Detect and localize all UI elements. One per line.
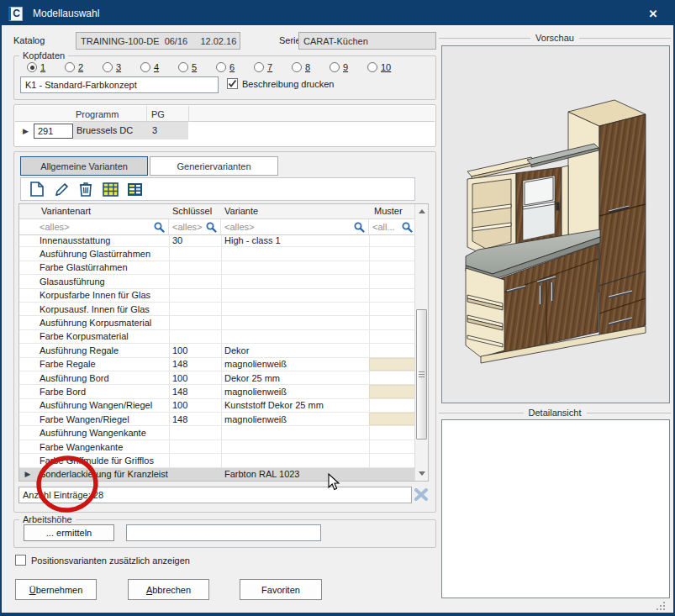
cell-schluessel[interactable] [169,275,221,287]
delete-icon[interactable] [76,180,95,198]
cell-schluessel[interactable] [169,261,221,274]
cell-variantenart[interactable]: Korpusfarbe Innen für Glas [36,289,169,302]
radio-icon[interactable] [330,62,340,72]
cell-variantenart[interactable]: Farbe Glastürrahmen [36,261,169,274]
position-checkbox-row[interactable]: Positionsvarianten zusätzlich anzeigen [15,555,190,566]
cell-variantenart[interactable]: Glasausführung [36,275,169,287]
search-icon[interactable] [354,222,365,233]
program-pg-cell[interactable]: 3 [152,125,157,135]
cell-muster[interactable] [369,261,414,274]
col-muster[interactable]: Muster [374,206,403,216]
cell-muster[interactable] [369,275,414,287]
kopfdaten-radio[interactable]: 3 [103,62,140,72]
cell-schluessel[interactable] [169,330,221,343]
cell-schluessel[interactable] [169,426,221,439]
cell-variantenart[interactable]: Farbe Bord [36,385,169,398]
cell-schluessel[interactable] [169,454,221,466]
cell-variante[interactable] [221,247,369,260]
search-icon[interactable] [206,222,217,233]
scrollbar-thumb[interactable] [416,309,427,440]
col-schluessel[interactable]: Schlüssel [172,206,212,216]
cell-variante[interactable]: Farbton RAL 1023 [221,468,369,481]
cell-variante[interactable]: Kunststoff Dekor 25 mm [221,399,369,412]
cell-muster[interactable] [369,303,414,315]
cell-muster[interactable] [369,426,414,439]
cell-muster[interactable] [369,358,414,371]
cell-variantenart[interactable]: Ausführung Wangen/Riegel [36,399,169,412]
table-row[interactable]: Ausführung Wangenkante [19,426,414,440]
cell-variante[interactable]: magnolienweiß [221,385,369,398]
table-row[interactable]: Farbe Bord 148 magnolienweiß [19,385,414,398]
table-row[interactable]: Farbe Glastürrahmen [19,261,414,275]
cell-schluessel[interactable] [169,316,221,329]
cell-variantenart[interactable]: Sonderlackierung für Kranzleist [36,468,169,481]
radio-icon[interactable] [103,62,113,72]
search-icon[interactable] [154,222,165,233]
position-checkbox[interactable] [15,555,26,566]
kopfdaten-radio[interactable]: 4 [140,62,178,72]
filter-muster[interactable]: <all... [369,219,416,234]
cell-variante[interactable] [221,289,369,302]
cell-schluessel[interactable]: 100 [169,371,221,384]
cell-schluessel[interactable] [169,303,221,315]
cell-variantenart[interactable]: Ausführung Bord [36,371,169,384]
col-variantenart[interactable]: Variantenart [41,206,91,216]
cell-muster[interactable] [369,440,414,453]
cell-variante[interactable]: magnolienweiß [221,358,369,371]
cell-schluessel[interactable] [169,247,221,260]
cell-muster[interactable] [369,289,414,302]
arbeitshoehe-input[interactable] [126,524,321,541]
cell-variante[interactable] [221,303,369,315]
kopfdaten-radio[interactable]: 7 [254,62,292,72]
table-row[interactable]: ▶ Sonderlackierung für Kranzleist Farbto… [19,468,414,481]
cell-variantenart[interactable]: Farbe Regale [36,358,169,371]
print-checkbox-row[interactable]: Beschreibung drucken [227,78,334,89]
cell-variantenart[interactable]: Korpusausf. Innen für Glas [36,303,169,315]
tab-allgemeine-varianten[interactable]: Allgemeine Varianten [20,156,148,176]
variants-scrollbar[interactable] [414,204,428,481]
cell-muster[interactable] [369,454,414,466]
table-row[interactable]: Ausführung Bord 100 Dekor 25 mm [19,371,414,385]
cell-variante[interactable]: High - class 1 [221,235,369,246]
cell-schluessel[interactable]: 100 [169,344,221,356]
cell-variante[interactable] [221,426,369,439]
radio-icon[interactable] [254,62,264,72]
uebernehmen-button[interactable]: Übernehmen [15,579,97,600]
kopfdaten-radio[interactable]: 9 [330,62,367,72]
cell-variante[interactable] [221,275,369,287]
cell-variante[interactable]: magnolienweiß [221,413,369,425]
close-icon[interactable]: ✕ [645,5,662,22]
table-row[interactable]: Ausführung Glastürrahmen [19,247,414,261]
table-row[interactable]: Ausführung Korpusmaterial [19,316,414,329]
cell-variantenart[interactable]: Ausführung Regale [36,344,169,356]
new-icon[interactable] [28,180,46,198]
cell-schluessel[interactable]: 148 [169,413,221,425]
cell-variantenart[interactable]: Farbe Wangen/Riegel [36,413,169,425]
cell-variantenart[interactable]: Ausführung Glastürrahmen [36,247,169,260]
abbrechen-button[interactable]: Abbrechen [128,579,209,600]
cell-muster[interactable] [369,468,414,481]
scroll-down-icon[interactable] [415,466,429,481]
cell-schluessel[interactable]: 30 [169,235,221,246]
radio-icon[interactable] [292,62,302,72]
cell-variantenart[interactable]: Ausführung Korpusmaterial [36,316,169,329]
cell-schluessel[interactable] [169,468,221,481]
kopfdaten-radio[interactable]: 8 [292,62,330,72]
cell-muster[interactable] [369,371,414,384]
cell-schluessel[interactable] [169,440,221,453]
cell-variantenart[interactable]: Farbe Korpusmaterial [36,330,169,343]
kopfdaten-radio[interactable]: 2 [65,62,103,72]
filter-variante[interactable]: <alles> [221,219,369,234]
cell-variante[interactable]: Dekor [221,344,369,356]
cell-schluessel[interactable] [169,289,221,302]
title-bar[interactable]: C Modellauswahl ✕ [2,2,673,25]
cell-variante[interactable]: Dekor 25 mm [221,371,369,384]
radio-icon[interactable] [178,62,188,72]
cell-muster[interactable] [369,235,414,246]
radio-icon[interactable] [27,62,37,72]
cell-muster[interactable] [369,399,414,412]
ermitteln-button[interactable]: ... ermitteln [24,524,114,541]
cell-variante[interactable] [221,440,369,453]
print-checkbox[interactable] [227,78,238,89]
kopfdaten-name-input[interactable]: K1 - Standard-Farbkonzept [20,76,219,93]
